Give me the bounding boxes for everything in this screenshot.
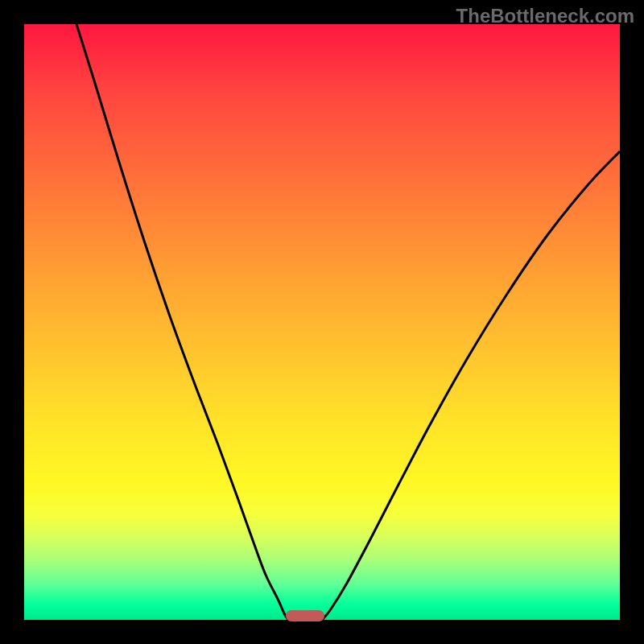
bottleneck-marker	[286, 610, 324, 621]
curve-svg	[24, 24, 620, 620]
plot-area	[24, 24, 620, 620]
left-curve	[76, 24, 288, 620]
watermark-text: TheBottleneck.com	[456, 5, 634, 27]
right-curve	[322, 151, 620, 620]
chart-container: TheBottleneck.com	[0, 0, 644, 644]
